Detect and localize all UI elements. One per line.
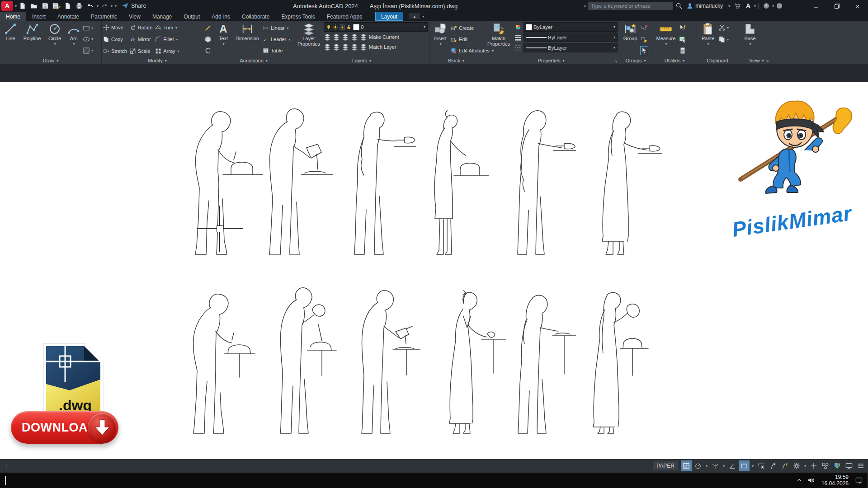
measure-button[interactable]: Measure▾	[654, 22, 678, 57]
isometric-drafting-toggle[interactable]	[710, 460, 721, 471]
statusbar-drag-handle[interactable]: ⋮	[4, 463, 9, 469]
qat-customize-chevron-icon[interactable]: ▾	[115, 4, 117, 8]
text-button[interactable]: Text▾	[215, 22, 232, 57]
plot-button[interactable]	[62, 1, 73, 11]
leader-button[interactable]: Leader▾	[263, 35, 290, 44]
drawing-canvas[interactable]: PislikMimar .dwg DOWNLOAD	[0, 82, 868, 459]
panel-label-annotation[interactable]: Annotation▾	[213, 57, 294, 64]
redo-chevron-icon[interactable]: ▾	[111, 4, 113, 8]
panel-label-draw[interactable]: Draw▾	[0, 57, 101, 64]
app-store-cart-button[interactable]	[732, 1, 743, 11]
share-button[interactable]: Share	[122, 2, 146, 9]
health-dashboard-button[interactable]	[774, 1, 785, 11]
group-selection-toggle[interactable]	[641, 47, 648, 55]
grid-display-toggle[interactable]	[681, 460, 692, 471]
linear-button[interactable]: Linear▾	[263, 23, 290, 33]
isometric-chevron-icon[interactable]: ▾	[722, 460, 726, 471]
tab-add-ins[interactable]: Add-ins	[206, 12, 236, 21]
selection-cycling-toggle[interactable]	[756, 460, 767, 471]
object-snap-chevron-icon[interactable]: ▾	[750, 460, 755, 471]
paper-space-button[interactable]: PAPER	[653, 461, 678, 470]
dynamic-ucs-toggle[interactable]	[808, 460, 819, 471]
circle-button[interactable]: Circle▾	[45, 22, 65, 57]
tab-view[interactable]: View	[123, 12, 146, 21]
overkill-button[interactable]	[204, 47, 212, 55]
tab-insert[interactable]: Insert	[26, 12, 52, 21]
match-layer-icon[interactable]	[360, 43, 367, 51]
ungroup-button[interactable]	[641, 24, 648, 32]
layer-off-icon[interactable]	[324, 33, 331, 41]
layer-isolate-icon[interactable]	[333, 33, 340, 41]
panel-label-utilities[interactable]: Utilities▾	[652, 57, 697, 64]
layer-unlock-all-icon[interactable]	[351, 43, 358, 51]
group-button[interactable]: Group	[621, 22, 640, 57]
ribbon-collapse-button[interactable]: ▲	[409, 13, 420, 20]
annotation-monitor-toggle[interactable]	[768, 460, 778, 471]
move-button[interactable]: Move	[103, 23, 127, 32]
panel-label-modify[interactable]: Modify▾	[102, 57, 213, 64]
polyline-button[interactable]: Polyline	[20, 22, 44, 57]
clean-screen-button[interactable]	[844, 460, 854, 471]
linetype-select[interactable]: ByLayer▾	[524, 43, 618, 52]
snap-mode-chevron-icon[interactable]: ▾	[704, 460, 709, 471]
polar-tracking-toggle[interactable]	[727, 460, 738, 471]
object-color-select[interactable]: ByLayer▾	[524, 22, 618, 32]
search-expand-icon[interactable]: ▾	[583, 5, 587, 7]
copy-clip-button[interactable]: ▾	[718, 35, 729, 43]
panel-label-view[interactable]: View▾↘	[738, 57, 780, 64]
layer-properties-button[interactable]: Layer Properties	[296, 22, 322, 57]
line-button[interactable]: Line	[1, 22, 19, 57]
layer-thaw-all-icon[interactable]	[342, 43, 349, 51]
lineweight-select[interactable]: ByLayer▾	[524, 33, 618, 42]
search-input[interactable]	[588, 2, 674, 10]
minimize-button[interactable]	[806, 0, 826, 12]
tab-collaborate[interactable]: Collaborate	[236, 12, 275, 21]
panel-label-block[interactable]: Block▾	[429, 57, 483, 64]
make-current-icon[interactable]	[360, 33, 367, 41]
notification-center-icon[interactable]	[853, 473, 865, 488]
restore-button[interactable]	[826, 0, 847, 12]
app-menu-chevron-icon[interactable]: ▾	[15, 4, 17, 8]
ribbon-collapse-chevron-icon[interactable]: ▾	[422, 14, 424, 19]
match-layer-button[interactable]: Match Layer	[369, 42, 396, 52]
properties-panel-launcher-icon[interactable]: ↘	[614, 59, 618, 63]
new-file-button[interactable]	[17, 1, 28, 11]
print-button[interactable]	[74, 1, 85, 11]
snap-mode-toggle[interactable]	[693, 460, 703, 471]
osnap-shapes-button[interactable]	[820, 460, 831, 471]
workspace-switching-button[interactable]	[832, 460, 843, 471]
tab-home[interactable]: Home	[0, 12, 26, 21]
undo-button[interactable]	[85, 1, 96, 11]
save-button[interactable]	[40, 1, 51, 11]
open-button[interactable]	[28, 1, 39, 11]
clock[interactable]: 19:59 16.04.2026	[821, 474, 849, 487]
dimension-button[interactable]: Dimension	[233, 22, 262, 57]
cut-button[interactable]: ▾	[718, 23, 729, 32]
help-button[interactable]	[761, 1, 772, 11]
panel-label-clipboard[interactable]: Clipboard	[697, 57, 738, 64]
match-properties-button[interactable]: Match Properties	[485, 22, 513, 57]
table-button[interactable]: Table	[263, 46, 290, 55]
tab-parametric[interactable]: Parametric	[85, 12, 123, 21]
autodesk-chevron-icon[interactable]: ▾	[754, 4, 756, 8]
layer-select[interactable]: 0 ▾	[324, 22, 428, 32]
layer-freeze-icon[interactable]	[342, 33, 349, 41]
rotate-button[interactable]: Rotate	[130, 23, 152, 32]
trim-button[interactable]: Trim▾	[155, 23, 179, 32]
base-button[interactable]: Base▾	[740, 22, 760, 57]
quick-calculator-button[interactable]	[679, 47, 686, 55]
scale-button[interactable]: Scale	[130, 47, 152, 56]
speaker-icon[interactable]	[805, 473, 817, 488]
stretch-button[interactable]: Stretch	[103, 47, 127, 56]
tab-manage[interactable]: Manage	[146, 12, 178, 21]
make-current-button[interactable]: Make Current	[369, 33, 399, 42]
tab-layout[interactable]: Layout	[375, 12, 403, 21]
settings-gear-button[interactable]	[791, 460, 802, 471]
panel-label-layers[interactable]: Layers▾	[294, 57, 429, 64]
object-snap-toggle[interactable]	[739, 460, 750, 471]
erase-button[interactable]	[204, 24, 212, 32]
annotation-scale-toggle[interactable]	[779, 460, 790, 471]
quick-select-button[interactable]	[679, 24, 686, 32]
tray-chevron-up-icon[interactable]	[793, 473, 805, 488]
mirror-button[interactable]: Mirror	[130, 35, 152, 44]
